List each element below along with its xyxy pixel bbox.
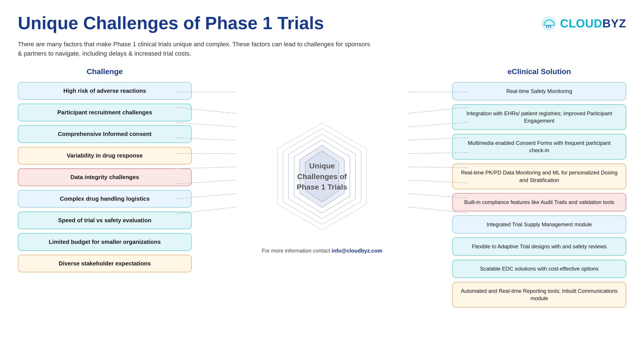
- hexagon-center-text: Unique Challenges of Phase 1 Trials: [293, 161, 351, 192]
- challenge-item: Complex drug handling logistics: [18, 190, 192, 208]
- svg-point-0: [541, 16, 556, 31]
- logo-text: CLOUDBYZ: [560, 17, 626, 30]
- solution-item: Automated and Real-time Reporting tools;…: [452, 282, 626, 308]
- solution-item: Integrated Trial Supply Management modul…: [452, 215, 626, 234]
- content-area: Challenge High risk of adverse reactions…: [18, 67, 626, 308]
- challenge-item: Diverse stakeholder expectations: [18, 255, 192, 272]
- challenges-column: Challenge High risk of adverse reactions…: [18, 67, 192, 272]
- challenge-item: Participant recruitment challenges: [18, 104, 192, 121]
- contact-email: info@cloudbyz.com: [332, 248, 382, 254]
- solution-list: Real-time Safety MonitoringIntegration w…: [452, 82, 626, 308]
- page-title: Unique Challenges of Phase 1 Trials: [18, 13, 324, 33]
- challenge-item: High risk of adverse reactions: [18, 82, 192, 100]
- solution-header: eClinical Solution: [452, 67, 626, 76]
- solution-item: Multimedia enabled Consent Forms with fr…: [452, 134, 626, 160]
- center-column: Unique Challenges of Phase 1 Trials For …: [192, 67, 452, 301]
- challenge-list: High risk of adverse reactionsParticipan…: [18, 82, 192, 272]
- contact-info: For more information contact info@cloudb…: [262, 248, 382, 254]
- challenge-item: Variability in drug response: [18, 147, 192, 165]
- logo: CLOUDBYZ: [541, 15, 626, 31]
- challenge-item: Data integrity challenges: [18, 169, 192, 186]
- cloudbyz-logo-icon: [541, 15, 556, 31]
- page: Unique Challenges of Phase 1 Trials CLOU…: [0, 0, 644, 360]
- solution-item: Real-time Safety Monitoring: [452, 82, 626, 100]
- solution-item: Scalable EDC solutions with cost-effecti…: [452, 260, 626, 278]
- solution-item: Integration with EHRs/ patient registrie…: [452, 104, 626, 130]
- header: Unique Challenges of Phase 1 Trials CLOU…: [18, 13, 626, 33]
- solution-item: Built-in compliance features like Audit …: [452, 193, 626, 211]
- challenge-item: Limited budget for smaller organizations: [18, 233, 192, 251]
- challenge-item: Comprehensive Informed consent: [18, 125, 192, 143]
- solution-item: Flexible to Adaptive Trial designs with …: [452, 237, 626, 256]
- challenge-header: Challenge: [18, 67, 192, 76]
- hexagon-wrapper: Unique Challenges of Phase 1 Trials: [260, 114, 384, 239]
- solution-item: Real-time PK/PD Data Monitoring and ML f…: [452, 164, 626, 189]
- challenge-item: Speed of trial vs safety evaluation: [18, 212, 192, 229]
- page-subtitle: There are many factors that make Phase 1…: [18, 40, 374, 58]
- solutions-column: eClinical Solution Real-time Safety Moni…: [452, 67, 626, 308]
